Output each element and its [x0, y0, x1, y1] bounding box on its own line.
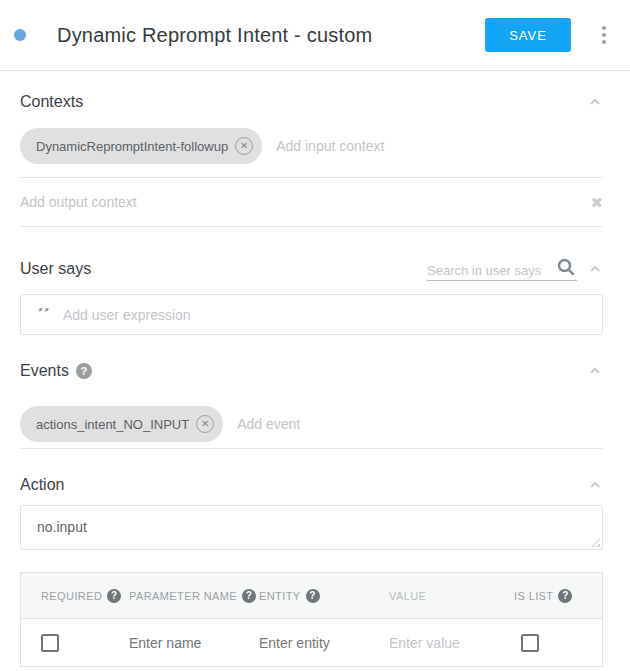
priority-dot-icon[interactable] [14, 29, 26, 41]
remove-input-context-icon[interactable]: ✕ [235, 137, 253, 155]
action-section: Action no.input REQUIRED ? PARAMETER NAM… [0, 476, 630, 667]
add-user-expression-field[interactable] [63, 307, 590, 323]
user-says-section: User says ” [0, 256, 630, 335]
action-heading: Action [20, 476, 64, 494]
column-is-list: IS LIST ? [514, 589, 602, 603]
entity-help-icon[interactable]: ? [306, 589, 320, 603]
events-help-icon[interactable]: ? [76, 363, 92, 379]
value-field[interactable] [389, 635, 499, 651]
contexts-heading: Contexts [20, 93, 83, 111]
user-expression-box: ” [20, 294, 603, 335]
events-heading-label: Events [20, 362, 69, 380]
parameters-table: REQUIRED ? PARAMETER NAME ? ENTITY ? VAL… [20, 572, 603, 667]
required-checkbox[interactable] [41, 634, 59, 652]
event-chip: actions_intent_NO_INPUT ✕ [20, 406, 223, 442]
search-icon[interactable] [555, 256, 577, 278]
contexts-section: Contexts DynamicRepromptIntent-followup … [0, 93, 630, 227]
input-context-chip-label: DynamicRepromptIntent-followup [36, 139, 228, 154]
remove-event-icon[interactable]: ✕ [196, 415, 214, 433]
user-says-heading: User says [20, 260, 91, 278]
header-actions: SAVE [485, 18, 610, 52]
event-chip-label: actions_intent_NO_INPUT [36, 417, 189, 432]
column-parameter-name: PARAMETER NAME ? [129, 589, 259, 603]
events-section: Events ? actions_intent_NO_INPUT ✕ [0, 362, 630, 449]
collapse-action-icon[interactable] [587, 477, 603, 493]
clear-output-context-icon[interactable]: ✖ [590, 195, 603, 210]
events-heading: Events ? [20, 362, 92, 380]
entity-field[interactable] [259, 635, 369, 651]
column-required: REQUIRED ? [41, 589, 129, 603]
collapse-contexts-icon[interactable] [587, 94, 603, 110]
action-input-box: no.input [20, 505, 603, 550]
quote-icon: ” [36, 308, 51, 322]
required-help-icon[interactable]: ? [107, 589, 121, 603]
parameter-row [21, 619, 602, 666]
column-value: VALUE [389, 590, 514, 602]
collapse-user-says-icon[interactable] [587, 261, 603, 277]
parameter-name-field[interactable] [129, 635, 239, 651]
collapse-events-icon[interactable] [587, 363, 603, 379]
resize-handle[interactable] [590, 537, 600, 547]
is-list-help-icon[interactable]: ? [558, 589, 572, 603]
parameter-name-help-icon[interactable]: ? [242, 589, 256, 603]
is-list-checkbox[interactable] [521, 634, 539, 652]
more-options-icon[interactable] [598, 22, 610, 48]
intent-title[interactable]: Dynamic Reprompt Intent - custom [57, 24, 372, 47]
add-output-context-field[interactable] [20, 194, 590, 210]
add-input-context-field[interactable] [276, 138, 603, 154]
divider [20, 226, 603, 227]
column-entity: ENTITY ? [259, 589, 389, 603]
divider [20, 448, 603, 449]
input-context-chip: DynamicRepromptIntent-followup ✕ [20, 128, 262, 164]
parameters-header-row: REQUIRED ? PARAMETER NAME ? ENTITY ? VAL… [21, 573, 602, 619]
add-event-field[interactable] [237, 416, 603, 432]
intent-header: Dynamic Reprompt Intent - custom SAVE [0, 0, 630, 71]
save-button[interactable]: SAVE [485, 18, 571, 52]
search-user-says-input[interactable] [427, 263, 555, 278]
action-name-field[interactable]: no.input [37, 506, 586, 549]
